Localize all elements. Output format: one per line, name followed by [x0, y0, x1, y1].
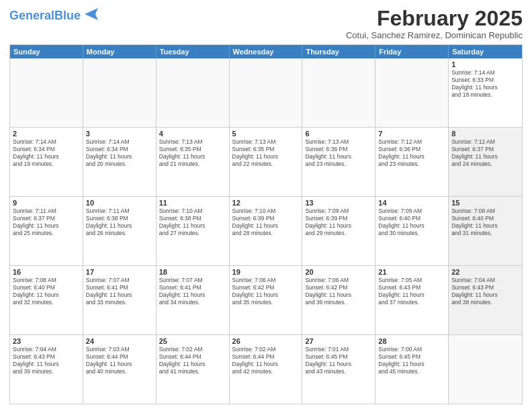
- calendar-row-2: 9Sunrise: 7:11 AM Sunset: 6:37 PM Daylig…: [10, 196, 522, 265]
- day-info: Sunrise: 7:00 AM Sunset: 6:45 PM Dayligh…: [378, 346, 445, 375]
- page: GeneralBlue February 2025 Cotui, Sanchez…: [0, 0, 532, 411]
- calendar-row-3: 16Sunrise: 7:08 AM Sunset: 6:40 PM Dayli…: [10, 265, 522, 334]
- calendar-day-17: 17Sunrise: 7:07 AM Sunset: 6:41 PM Dayli…: [83, 266, 157, 334]
- logo-arrow-icon: [82, 7, 101, 21]
- logo: GeneralBlue: [9, 9, 101, 21]
- day-info: Sunrise: 7:03 AM Sunset: 6:44 PM Dayligh…: [86, 346, 153, 375]
- day-number: 6: [305, 130, 372, 138]
- day-number: 11: [159, 199, 226, 207]
- day-number: 8: [451, 130, 519, 138]
- day-info: Sunrise: 7:06 AM Sunset: 6:42 PM Dayligh…: [232, 277, 300, 306]
- day-info: Sunrise: 7:09 AM Sunset: 6:40 PM Dayligh…: [378, 208, 445, 237]
- day-info: Sunrise: 7:13 AM Sunset: 6:35 PM Dayligh…: [232, 138, 300, 168]
- day-number: 7: [378, 130, 445, 138]
- day-info: Sunrise: 7:07 AM Sunset: 6:41 PM Dayligh…: [159, 277, 226, 306]
- day-info: Sunrise: 7:09 AM Sunset: 6:39 PM Dayligh…: [305, 208, 372, 237]
- calendar-day-empty-0-0: [10, 58, 83, 127]
- day-info: Sunrise: 7:12 AM Sunset: 6:36 PM Dayligh…: [378, 138, 445, 168]
- day-number: 21: [378, 268, 445, 276]
- calendar-day-6: 6Sunrise: 7:13 AM Sunset: 6:36 PM Daylig…: [302, 128, 375, 196]
- day-number: 14: [378, 199, 445, 207]
- day-info: Sunrise: 7:08 AM Sunset: 6:40 PM Dayligh…: [13, 277, 80, 306]
- calendar-body: 1Sunrise: 7:14 AM Sunset: 6:33 PM Daylig…: [10, 58, 522, 404]
- calendar-day-21: 21Sunrise: 7:05 AM Sunset: 6:43 PM Dayli…: [375, 266, 449, 334]
- logo-blue: Blue: [54, 9, 81, 22]
- day-number: 28: [378, 337, 445, 345]
- calendar-day-3: 3Sunrise: 7:14 AM Sunset: 6:34 PM Daylig…: [83, 128, 157, 196]
- weekday-header-tuesday: Tuesday: [157, 45, 230, 58]
- header: GeneralBlue February 2025 Cotui, Sanchez…: [9, 7, 523, 40]
- calendar-day-23: 23Sunrise: 7:04 AM Sunset: 6:43 PM Dayli…: [10, 335, 83, 404]
- calendar-day-15: 15Sunrise: 7:08 AM Sunset: 6:40 PM Dayli…: [449, 197, 522, 265]
- month-title: February 2025: [346, 7, 523, 30]
- day-number: 16: [13, 268, 80, 276]
- calendar-day-5: 5Sunrise: 7:13 AM Sunset: 6:35 PM Daylig…: [230, 128, 303, 196]
- day-number: 2: [13, 130, 80, 138]
- day-info: Sunrise: 7:06 AM Sunset: 6:42 PM Dayligh…: [305, 277, 372, 306]
- day-number: 5: [232, 130, 300, 138]
- day-info: Sunrise: 7:01 AM Sunset: 6:45 PM Dayligh…: [305, 346, 372, 375]
- calendar-day-28: 28Sunrise: 7:00 AM Sunset: 6:45 PM Dayli…: [375, 335, 449, 404]
- day-number: 22: [451, 268, 519, 276]
- weekday-header-saturday: Saturday: [449, 45, 522, 58]
- day-number: 23: [13, 337, 80, 345]
- day-number: 26: [232, 337, 300, 345]
- calendar-day-14: 14Sunrise: 7:09 AM Sunset: 6:40 PM Dayli…: [375, 197, 449, 265]
- calendar-day-empty-0-3: [230, 58, 303, 127]
- day-info: Sunrise: 7:14 AM Sunset: 6:33 PM Dayligh…: [451, 69, 519, 99]
- day-number: 15: [451, 199, 519, 207]
- calendar-day-empty-0-2: [157, 58, 230, 127]
- calendar-day-1: 1Sunrise: 7:14 AM Sunset: 6:33 PM Daylig…: [449, 58, 522, 127]
- day-info: Sunrise: 7:13 AM Sunset: 6:36 PM Dayligh…: [305, 138, 372, 168]
- calendar-day-8: 8Sunrise: 7:12 AM Sunset: 6:37 PM Daylig…: [449, 128, 522, 196]
- calendar-day-2: 2Sunrise: 7:14 AM Sunset: 6:34 PM Daylig…: [10, 128, 83, 196]
- calendar-day-18: 18Sunrise: 7:07 AM Sunset: 6:41 PM Dayli…: [157, 266, 230, 334]
- calendar-day-19: 19Sunrise: 7:06 AM Sunset: 6:42 PM Dayli…: [230, 266, 303, 334]
- location: Cotui, Sanchez Ramirez, Dominican Republ…: [346, 30, 523, 40]
- calendar-day-7: 7Sunrise: 7:12 AM Sunset: 6:36 PM Daylig…: [375, 128, 449, 196]
- calendar-day-empty-4-6: [449, 335, 522, 404]
- day-info: Sunrise: 7:13 AM Sunset: 6:35 PM Dayligh…: [159, 138, 226, 168]
- calendar-row-4: 23Sunrise: 7:04 AM Sunset: 6:43 PM Dayli…: [10, 334, 522, 404]
- weekday-header-sunday: Sunday: [10, 45, 83, 58]
- day-info: Sunrise: 7:08 AM Sunset: 6:40 PM Dayligh…: [451, 208, 519, 237]
- day-info: Sunrise: 7:05 AM Sunset: 6:43 PM Dayligh…: [378, 277, 445, 306]
- calendar-day-13: 13Sunrise: 7:09 AM Sunset: 6:39 PM Dayli…: [302, 197, 375, 265]
- day-info: Sunrise: 7:02 AM Sunset: 6:44 PM Dayligh…: [159, 346, 226, 375]
- day-number: 27: [305, 337, 372, 345]
- day-number: 13: [305, 199, 372, 207]
- day-info: Sunrise: 7:14 AM Sunset: 6:34 PM Dayligh…: [86, 138, 153, 168]
- calendar-day-27: 27Sunrise: 7:01 AM Sunset: 6:45 PM Dayli…: [302, 335, 375, 404]
- day-info: Sunrise: 7:12 AM Sunset: 6:37 PM Dayligh…: [451, 138, 519, 168]
- calendar-row-1: 2Sunrise: 7:14 AM Sunset: 6:34 PM Daylig…: [10, 127, 522, 196]
- day-number: 9: [13, 199, 80, 207]
- weekday-header-friday: Friday: [375, 45, 449, 58]
- calendar: SundayMondayTuesdayWednesdayThursdayFrid…: [9, 44, 523, 404]
- day-number: 25: [159, 337, 226, 345]
- calendar-day-empty-0-5: [375, 58, 449, 127]
- day-number: 1: [451, 60, 519, 68]
- calendar-day-11: 11Sunrise: 7:10 AM Sunset: 6:38 PM Dayli…: [157, 197, 230, 265]
- weekday-header-monday: Monday: [83, 45, 157, 58]
- calendar-day-20: 20Sunrise: 7:06 AM Sunset: 6:42 PM Dayli…: [302, 266, 375, 334]
- day-info: Sunrise: 7:04 AM Sunset: 6:43 PM Dayligh…: [13, 346, 80, 375]
- calendar-day-4: 4Sunrise: 7:13 AM Sunset: 6:35 PM Daylig…: [157, 128, 230, 196]
- calendar-day-12: 12Sunrise: 7:10 AM Sunset: 6:39 PM Dayli…: [230, 197, 303, 265]
- day-info: Sunrise: 7:02 AM Sunset: 6:44 PM Dayligh…: [232, 346, 300, 375]
- day-number: 24: [86, 337, 153, 345]
- day-number: 10: [86, 199, 153, 207]
- weekday-header-wednesday: Wednesday: [230, 45, 303, 58]
- weekday-header-thursday: Thursday: [302, 45, 375, 58]
- logo-general: General: [9, 9, 54, 22]
- calendar-day-10: 10Sunrise: 7:11 AM Sunset: 6:38 PM Dayli…: [83, 197, 157, 265]
- calendar-row-0: 1Sunrise: 7:14 AM Sunset: 6:33 PM Daylig…: [10, 58, 522, 127]
- calendar-day-22: 22Sunrise: 7:04 AM Sunset: 6:43 PM Dayli…: [449, 266, 522, 334]
- calendar-day-empty-0-4: [302, 58, 375, 127]
- calendar-day-empty-0-1: [83, 58, 157, 127]
- calendar-header: SundayMondayTuesdayWednesdayThursdayFrid…: [10, 45, 522, 58]
- day-info: Sunrise: 7:10 AM Sunset: 6:39 PM Dayligh…: [232, 208, 300, 237]
- svg-marker-0: [85, 8, 98, 20]
- logo-text: GeneralBlue: [9, 9, 81, 21]
- day-info: Sunrise: 7:10 AM Sunset: 6:38 PM Dayligh…: [159, 208, 226, 237]
- day-number: 17: [86, 268, 153, 276]
